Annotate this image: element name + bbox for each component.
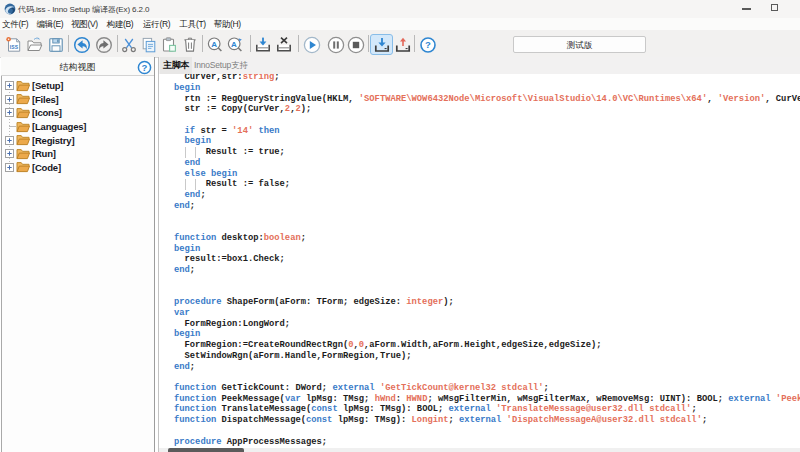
svg-text:?: ? <box>425 39 431 50</box>
svg-text:A: A <box>231 40 237 49</box>
svg-text:A: A <box>211 40 217 49</box>
svg-text:?: ? <box>141 62 147 73</box>
svg-text:ISS: ISS <box>9 44 18 50</box>
